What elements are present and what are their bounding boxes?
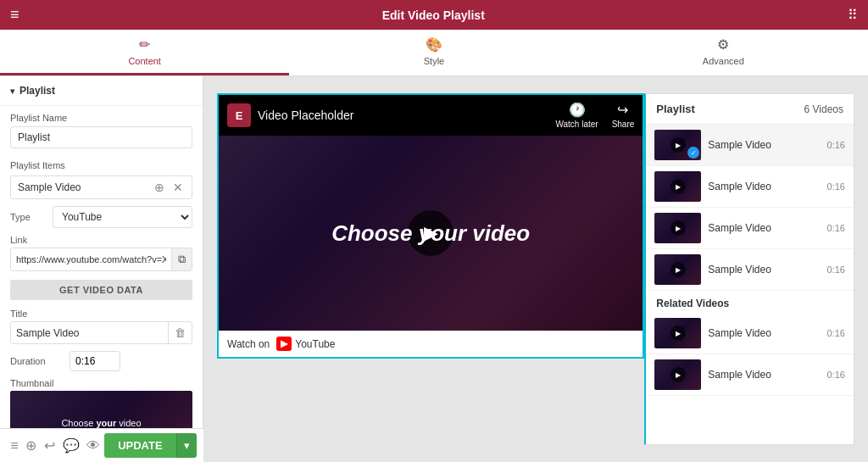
link-input-wrap: ⧉	[10, 248, 192, 271]
playlist-thumb-play-2: ▶	[670, 179, 686, 194]
update-arrow-btn[interactable]: ▾	[176, 433, 197, 458]
bottom-menu-icon[interactable]: ≡	[7, 435, 21, 457]
video-top-actions: 🕐 Watch later ↪ Share	[555, 102, 634, 129]
playlist-item-dur-4: 0:16	[827, 264, 845, 275]
item1-duplicate-btn[interactable]: ⊕	[153, 181, 166, 194]
related-thumb-2: ▶	[654, 359, 701, 390]
watch-on-text: Watch on	[227, 338, 270, 350]
link-label: Link	[10, 235, 192, 245]
tab-style[interactable]: 🎨 Style	[289, 30, 578, 75]
playlist-thumb-4: ▶	[654, 254, 701, 285]
playlist-thumb-1: ▶ ✓	[654, 130, 701, 160]
title-input[interactable]	[11, 323, 168, 343]
playlist-sidebar: Playlist 6 Videos ▶ ✓ Sample Video 0:16 …	[644, 93, 854, 445]
playlist-item-title-2: Sample Video	[708, 181, 771, 192]
playlist-item-title-1: Sample Video	[708, 139, 771, 151]
playlist-items-label: Playlist Items	[0, 155, 203, 172]
video-play-btn[interactable]: ▶	[408, 210, 453, 256]
content-area: ▾ Playlist Playlist Name Playlist Items …	[0, 76, 868, 462]
playlist-item-3[interactable]: ▶ Sample Video 0:16	[646, 208, 854, 249]
related-item-1[interactable]: ▶ Sample Video 0:16	[646, 313, 854, 354]
left-panel: ▾ Playlist Playlist Name Playlist Items …	[0, 76, 203, 462]
playlist-item-dur-1: 0:16	[827, 140, 845, 150]
section-arrow-icon: ▾	[10, 86, 14, 96]
playlist-item-2[interactable]: ▶ Sample Video 0:16	[646, 166, 854, 208]
related-item-title-2: Sample Video	[708, 369, 771, 381]
item1-actions: ⊕ ✕	[153, 181, 185, 194]
playlist-thumb-play-3: ▶	[670, 220, 686, 236]
related-videos-header: Related Videos	[646, 291, 854, 313]
style-icon: 🎨	[426, 36, 442, 53]
get-video-data-btn[interactable]: GET VIDEO DATA	[10, 280, 192, 300]
playlist-name-input[interactable]	[10, 126, 192, 148]
yt-icon: ▶	[276, 337, 292, 351]
title-label: Title	[10, 309, 192, 319]
tab-content[interactable]: ✏ Content	[0, 30, 289, 75]
playlist-item-title-3: Sample Video	[708, 222, 771, 234]
playlist-panel-title: Playlist	[656, 103, 695, 115]
tab-advanced-label: Advanced	[703, 56, 744, 66]
thumbnail-preview: Choose your video	[10, 391, 192, 428]
watch-later-icon: 🕐	[569, 102, 586, 118]
video-container: E Video Placeholder 🕐 Watch later ↪ Shar…	[217, 93, 644, 359]
related-thumb-play-2: ▶	[670, 367, 686, 382]
type-select[interactable]: YouTube	[53, 206, 192, 228]
link-copy-btn[interactable]: ⧉	[171, 248, 192, 270]
update-button[interactable]: UPDATE	[104, 433, 175, 458]
type-row: Type YouTube	[0, 203, 203, 231]
youtube-logo: ▶ YouTube	[276, 337, 335, 351]
link-row: Link ⧉	[0, 231, 203, 275]
content-icon: ✏	[139, 36, 150, 53]
title-delete-btn[interactable]: 🗑	[168, 322, 192, 343]
header: ≡ Edit Video Playlist ⠿	[0, 0, 868, 30]
thumbnail-text: Choose your video	[61, 418, 141, 428]
share-btn[interactable]: ↪ Share	[612, 102, 635, 129]
related-item-dur-2: 0:16	[827, 370, 845, 380]
menu-icon[interactable]: ≡	[10, 6, 19, 24]
video-bottom-bar: Watch on ▶ YouTube	[219, 331, 643, 357]
related-thumb-1: ▶	[654, 318, 701, 348]
playlist-item-1[interactable]: ▶ ✓ Sample Video 0:16	[646, 125, 854, 166]
duration-row: Duration	[0, 348, 203, 375]
video-thumbnail: Choose your video ▶	[219, 136, 643, 331]
playlist-item-4[interactable]: ▶ Sample Video 0:16	[646, 249, 854, 291]
playlist-thumb-play-4: ▶	[670, 262, 686, 277]
tab-style-label: Style	[424, 56, 444, 66]
advanced-icon: ⚙	[717, 36, 729, 53]
right-content: E Video Placeholder 🕐 Watch later ↪ Shar…	[203, 76, 868, 462]
related-item-title-1: Sample Video	[708, 327, 771, 339]
tab-advanced[interactable]: ⚙ Advanced	[579, 30, 868, 75]
playlist-panel-header: Playlist 6 Videos	[646, 94, 854, 125]
playlist-thumb-play-1: ▶	[670, 137, 686, 153]
link-input[interactable]	[11, 250, 171, 269]
left-scroll-area: ▾ Playlist Playlist Name Playlist Items …	[0, 76, 203, 428]
related-item-dur-1: 0:16	[827, 328, 845, 338]
type-label: Type	[10, 212, 53, 222]
item1-delete-btn[interactable]: ✕	[171, 181, 185, 194]
playlist-item-title-4: Sample Video	[708, 264, 771, 276]
title-input-wrap: 🗑	[10, 321, 192, 344]
bottom-bar: ≡ ⊕ ↩ 💬 👁 UPDATE ▾	[0, 428, 203, 462]
bottom-add-icon[interactable]: ⊕	[22, 434, 40, 457]
tab-content-label: Content	[128, 56, 161, 66]
video-top-bar: E Video Placeholder 🕐 Watch later ↪ Shar…	[219, 95, 643, 136]
section-title: Playlist	[19, 85, 55, 97]
update-group: UPDATE ▾	[104, 433, 196, 458]
related-item-2[interactable]: ▶ Sample Video 0:16	[646, 354, 854, 396]
duration-input[interactable]	[70, 351, 120, 371]
grid-icon[interactable]: ⠿	[848, 7, 858, 23]
related-thumb-play-1: ▶	[670, 326, 686, 341]
share-label: Share	[612, 120, 635, 129]
section-header-playlist[interactable]: ▾ Playlist	[0, 76, 203, 106]
bottom-comment-icon[interactable]: 💬	[59, 434, 83, 457]
title-row: Title 🗑	[0, 305, 203, 348]
bottom-undo-icon[interactable]: ↩	[41, 434, 58, 457]
playlist-name-group: Playlist Name	[0, 106, 203, 155]
bottom-eye-icon[interactable]: 👁	[83, 435, 103, 457]
watch-later-btn[interactable]: 🕐 Watch later	[555, 102, 598, 129]
elementor-e-icon: E	[227, 103, 251, 127]
playlist-item-dur-2: 0:16	[827, 181, 845, 192]
youtube-label: YouTube	[295, 338, 335, 350]
app-wrapper: ≡ Edit Video Playlist ⠿ ✏ Content 🎨 Styl…	[0, 0, 868, 462]
playlist-item-dur-3: 0:16	[827, 223, 845, 233]
